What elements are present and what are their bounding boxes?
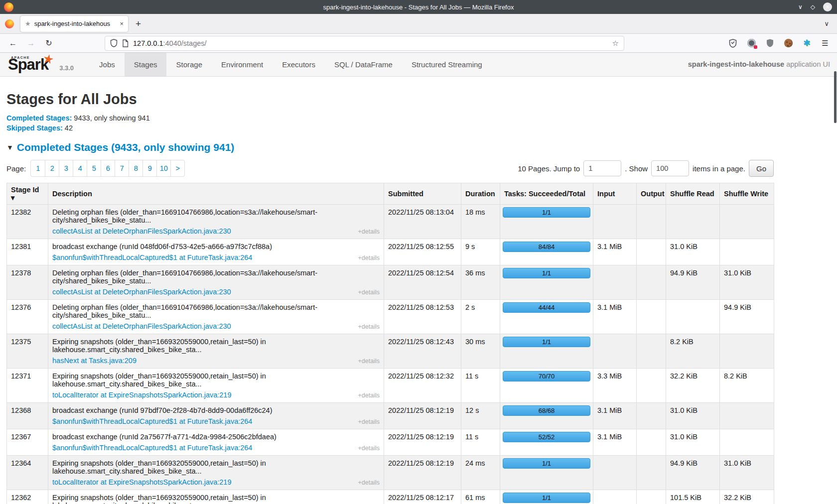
forward-button[interactable]: →	[25, 39, 37, 48]
nav-tab-structured-streaming[interactable]: Structured Streaming	[402, 53, 492, 76]
items-per-page-input[interactable]	[651, 160, 689, 176]
stage-detail-link[interactable]: $anonfun$withThreadLocalCaptured$1 at Fu…	[52, 253, 252, 261]
page-button->[interactable]: >	[170, 160, 184, 176]
table-row: 12371Expiring snapshots (older_than=1669…	[7, 369, 774, 403]
output-cell	[637, 490, 666, 504]
task-progress-bar: 70/70	[503, 371, 590, 381]
input-cell	[593, 334, 637, 369]
output-cell	[637, 265, 666, 300]
page-scrollbar-thumb[interactable]	[834, 71, 837, 123]
completed-stages-section-toggle[interactable]: ▼Completed Stages (9433, only showing 94…	[6, 141, 831, 153]
bookmark-star-icon[interactable]: ☆	[612, 39, 619, 48]
firefox-view-icon[interactable]	[5, 19, 14, 28]
back-button[interactable]: ←	[7, 39, 19, 48]
column-header-submitted[interactable]: Submitted	[384, 183, 461, 205]
nav-tab-stages[interactable]: Stages	[125, 53, 167, 76]
stage-description: broadcast exchange (runId 048fd06f-d753-…	[52, 243, 380, 251]
column-header-input[interactable]: Input	[593, 183, 637, 205]
stage-detail-link[interactable]: toLocalIterator at ExpireSnapshotsSparkA…	[52, 478, 232, 486]
task-progress-bar: 1/1	[503, 268, 590, 278]
input-cell: 3.1 MiB	[593, 429, 637, 456]
output-cell	[637, 334, 666, 369]
url-bar[interactable]: 127.0.0.1:4040/stages/ ☆	[105, 36, 624, 51]
stage-description: broadcast exchange (runId 2a75677f-a771-…	[52, 433, 380, 441]
shuffle-write-cell: 31.0 KiB	[720, 265, 774, 300]
go-button[interactable]: Go	[749, 160, 774, 177]
window-minimize-button[interactable]: ∨	[798, 3, 803, 10]
cookie-extension-icon[interactable]	[783, 38, 793, 48]
column-header-duration[interactable]: Duration	[461, 183, 500, 205]
details-toggle[interactable]: +details	[358, 358, 380, 365]
input-cell: 3.3 MiB	[593, 369, 637, 403]
details-toggle[interactable]: +details	[358, 254, 380, 261]
task-progress-bar: 68/68	[503, 405, 590, 416]
nav-tab-storage[interactable]: Storage	[166, 53, 212, 76]
page-button-6[interactable]: 6	[101, 160, 115, 176]
task-progress-bar: 1/1	[503, 493, 590, 503]
details-toggle[interactable]: +details	[358, 479, 380, 486]
details-toggle[interactable]: +details	[358, 418, 380, 425]
browser-tab[interactable]: ★ spark-ingest-into-lakehous ×	[20, 16, 128, 32]
column-header-output[interactable]: Output	[637, 183, 666, 205]
ublock-shield-icon[interactable]	[765, 38, 775, 48]
column-header-shuffle-write[interactable]: Shuffle Write	[720, 183, 774, 205]
extension-star-icon[interactable]: ✱	[802, 38, 812, 48]
tasks-cell: 84/84	[500, 239, 593, 265]
page-button-10[interactable]: 10	[156, 160, 170, 176]
stage-detail-link[interactable]: collectAsList at DeleteOrphanFilesSparkA…	[52, 322, 231, 330]
column-header-stage-id[interactable]: Stage Id ▾	[7, 183, 48, 205]
new-tab-button[interactable]: +	[136, 18, 141, 29]
details-toggle[interactable]: +details	[358, 289, 380, 296]
stage-description: Deleting orphan files (older_than=166910…	[52, 303, 380, 319]
submitted-cell: 2022/11/25 08:12:53	[384, 300, 461, 334]
task-progress-bar: 1/1	[503, 337, 590, 347]
stage-detail-link[interactable]: $anonfun$withThreadLocalCaptured$1 at Fu…	[52, 444, 252, 452]
page-button-7[interactable]: 7	[115, 160, 129, 176]
nav-tab-executors[interactable]: Executors	[273, 53, 325, 76]
nav-tab-environment[interactable]: Environment	[212, 53, 273, 76]
details-toggle[interactable]: +details	[358, 323, 380, 330]
tab-close-icon[interactable]: ×	[120, 20, 124, 27]
details-toggle[interactable]: +details	[358, 445, 380, 452]
details-toggle[interactable]: +details	[358, 392, 380, 399]
tracking-shield-icon[interactable]	[110, 39, 118, 47]
browser-tab-bar: ★ spark-ingest-into-lakehous × + ∨	[0, 14, 837, 34]
page-button-5[interactable]: 5	[87, 160, 101, 176]
shuffle-read-cell: 94.9 KiB	[666, 265, 720, 300]
pocket-shield-icon[interactable]	[728, 38, 738, 48]
table-row: 12378Deleting orphan files (older_than=1…	[7, 265, 774, 300]
page-button-1[interactable]: 1	[31, 160, 45, 176]
jump-to-page-input[interactable]	[583, 160, 621, 176]
page-button-9[interactable]: 9	[142, 160, 156, 176]
column-header-tasks-succeeded-total[interactable]: Tasks: Succeeded/Total	[500, 183, 593, 205]
stage-detail-link[interactable]: hasNext at Tasks.java:209	[52, 357, 137, 365]
stage-detail-link[interactable]: collectAsList at DeleteOrphanFilesSparkA…	[52, 288, 231, 296]
list-tabs-chevron-icon[interactable]: ∨	[824, 20, 829, 27]
application-name: spark-ingest-into-lakehouse	[688, 60, 784, 68]
submitted-cell: 2022/11/25 08:12:43	[384, 334, 461, 369]
details-toggle[interactable]: +details	[358, 228, 380, 235]
window-maximize-button[interactable]: ◇	[811, 3, 815, 10]
column-header-shuffle-read[interactable]: Shuffle Read	[666, 183, 720, 205]
badge-dot	[754, 45, 757, 49]
reload-button[interactable]: ↻	[43, 38, 55, 48]
stage-description: broadcast exchange (runId 97bdf70e-2f28-…	[52, 406, 380, 414]
page-identity-icon[interactable]	[122, 39, 129, 47]
stage-detail-link[interactable]: toLocalIterator at ExpireSnapshotsSparkA…	[52, 391, 232, 399]
stage-detail-link[interactable]: $anonfun$withThreadLocalCaptured$1 at Fu…	[52, 417, 252, 425]
duration-cell: 61 ms	[461, 490, 500, 504]
task-progress-bar: 52/52	[503, 432, 590, 442]
stage-detail-link[interactable]: collectAsList at DeleteOrphanFilesSparkA…	[52, 227, 231, 235]
column-header-description[interactable]: Description	[48, 183, 384, 205]
page-button-2[interactable]: 2	[45, 160, 59, 176]
page-button-4[interactable]: 4	[73, 160, 87, 176]
menu-button[interactable]: ☰	[820, 38, 830, 48]
duration-cell: 11 s	[461, 369, 500, 403]
page-button-8[interactable]: 8	[129, 160, 142, 176]
nav-tab-sql-dataframe[interactable]: SQL / DataFrame	[325, 53, 402, 76]
nav-tab-jobs[interactable]: Jobs	[90, 53, 125, 76]
privacy-mask-icon[interactable]	[746, 38, 756, 48]
page-content: Stages for All Jobs Completed Stages: 94…	[0, 91, 837, 504]
window-close-button[interactable]: ×	[823, 2, 832, 11]
page-button-3[interactable]: 3	[59, 160, 73, 176]
